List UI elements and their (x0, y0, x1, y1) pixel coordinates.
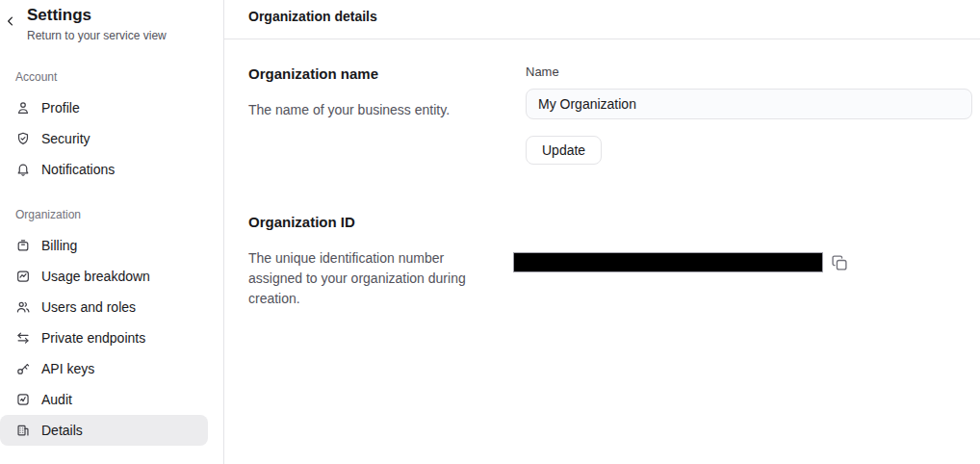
sidebar-item-label: Notifications (41, 162, 115, 177)
sidebar-item-label: Audit (41, 392, 72, 407)
sidebar-item-label: Details (41, 423, 83, 438)
page-title: Organization details (248, 7, 956, 26)
sidebar-item-label: Security (41, 131, 90, 146)
user-icon (15, 100, 31, 116)
sidebar-item-usage-breakdown[interactable]: Usage breakdown (0, 261, 208, 292)
copy-icon (831, 254, 848, 271)
sidebar-title: Settings (27, 5, 208, 26)
arrows-left-right-icon (15, 330, 31, 346)
name-field-label: Name (526, 64, 972, 80)
organization-id-info: Organization ID The unique identificatio… (248, 213, 526, 309)
organization-id-value-redacted (513, 252, 823, 272)
organization-name-input[interactable] (526, 89, 972, 119)
sidebar-item-security[interactable]: Security (0, 123, 208, 154)
organization-name-info: Organization name The name of your busin… (248, 64, 526, 165)
organization-id-value-col (526, 213, 972, 309)
sidebar-item-label: Users and roles (41, 299, 136, 315)
main-content: Organization details Organization name T… (224, 0, 980, 464)
main-header: Organization details (224, 0, 980, 39)
sidebar-item-label: Usage breakdown (41, 269, 150, 284)
sidebar-item-notifications[interactable]: Notifications (0, 154, 208, 185)
settings-sidebar: Settings Return to your service view Acc… (0, 0, 224, 464)
building-icon (15, 423, 31, 438)
section-label-account: Account (15, 70, 208, 85)
organization-id-section: Organization ID The unique identificatio… (224, 213, 980, 309)
organization-id-description: The unique identification number assigne… (248, 248, 491, 309)
sidebar-header: Settings Return to your service view (0, 0, 223, 43)
audit-icon (15, 392, 31, 407)
billing-icon (15, 238, 31, 253)
sidebar-subtitle: Return to your service view (27, 29, 208, 43)
sidebar-item-api-keys[interactable]: API keys (0, 353, 208, 384)
usage-chart-icon (15, 269, 31, 284)
organization-name-description: The name of your business entity. (248, 100, 491, 120)
sidebar-item-label: Profile (41, 100, 80, 116)
sidebar-item-audit[interactable]: Audit (0, 384, 208, 415)
organization-name-section: Organization name The name of your busin… (224, 64, 980, 165)
sidebar-item-users-and-roles[interactable]: Users and roles (0, 292, 208, 322)
chevron-left-icon (4, 14, 17, 28)
bell-icon (15, 162, 31, 177)
organization-name-heading: Organization name (248, 64, 526, 84)
sidebar-item-label: Private endpoints (41, 330, 145, 346)
update-button[interactable]: Update (526, 136, 602, 165)
back-button[interactable] (2, 13, 19, 30)
sidebar-item-label: Billing (41, 238, 77, 253)
shield-check-icon (15, 131, 31, 146)
copy-button[interactable] (831, 254, 848, 271)
section-label-organization: Organization (15, 208, 208, 222)
sidebar-item-billing[interactable]: Billing (0, 230, 208, 261)
users-icon (15, 299, 31, 315)
sidebar-item-profile[interactable]: Profile (0, 92, 208, 123)
organization-id-value-row (513, 252, 972, 272)
key-icon (15, 361, 31, 376)
sidebar-item-details[interactable]: Details (0, 415, 208, 446)
organization-id-heading: Organization ID (248, 213, 526, 232)
sidebar-item-private-endpoints[interactable]: Private endpoints (0, 322, 208, 353)
sidebar-item-label: API keys (41, 361, 94, 376)
organization-name-form: Name Update (526, 64, 972, 165)
